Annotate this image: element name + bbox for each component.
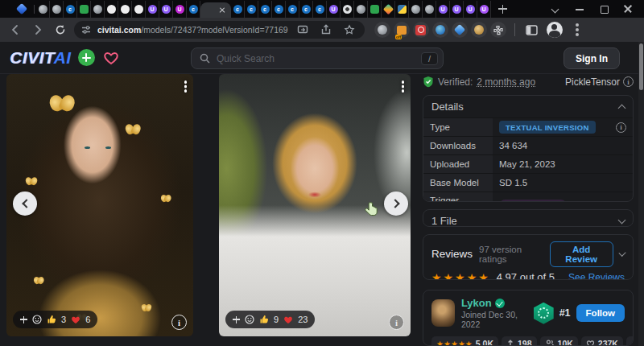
- background-tab[interactable]: U: [327, 1, 341, 18]
- format-info-icon[interactable]: [623, 76, 634, 87]
- creator-name[interactable]: Lykon: [461, 297, 527, 309]
- details-card-header[interactable]: Details: [423, 96, 633, 117]
- maximize-icon[interactable]: [599, 4, 609, 14]
- background-tab[interactable]: c: [231, 1, 245, 18]
- smiley-icon[interactable]: [245, 315, 254, 324]
- type-info-icon[interactable]: [616, 122, 626, 133]
- background-tab[interactable]: U: [436, 1, 450, 18]
- creator-likes-stat[interactable]: 237K: [581, 336, 623, 346]
- search-input[interactable]: [217, 53, 415, 64]
- address-bar[interactable]: civitai.com/models/72437?modelVersionId=…: [74, 21, 365, 39]
- files-card-header[interactable]: 1 File: [423, 210, 633, 227]
- browser-menu-icon[interactable]: [568, 21, 586, 39]
- chevron-up-icon[interactable]: [618, 105, 626, 113]
- creator-avatar[interactable]: [431, 299, 455, 327]
- heart-icon[interactable]: [283, 315, 293, 324]
- image-info-icon[interactable]: [389, 315, 404, 330]
- background-tab[interactable]: [91, 1, 105, 18]
- shopping-off-extension-icon[interactable]: off: [394, 22, 410, 38]
- active-tab[interactable]: [200, 2, 231, 18]
- background-tab[interactable]: U: [173, 1, 187, 18]
- minimize-icon[interactable]: [575, 4, 584, 14]
- civitai-logo[interactable]: CIVITAI: [10, 48, 72, 68]
- bookmark-star-icon[interactable]: [341, 21, 358, 39]
- close-window-icon[interactable]: [623, 4, 633, 14]
- chevron-down-icon[interactable]: [618, 216, 626, 224]
- background-tab[interactable]: c: [272, 1, 286, 18]
- site-settings-icon[interactable]: [80, 24, 92, 35]
- background-tab[interactable]: [395, 1, 409, 18]
- background-tab[interactable]: [132, 1, 146, 18]
- url-text[interactable]: civitai.com/models/72437?modelVersionId=…: [97, 25, 288, 35]
- globe-extension-icon[interactable]: [374, 22, 390, 38]
- gallery-image-2[interactable]: 9 23: [219, 74, 411, 336]
- forward-icon[interactable]: [29, 21, 47, 39]
- background-tab[interactable]: [50, 1, 64, 18]
- back-icon[interactable]: [6, 21, 24, 39]
- background-tab[interactable]: [382, 1, 395, 18]
- puzzle-extensions-icon[interactable]: [490, 22, 506, 38]
- background-tab[interactable]: c: [245, 1, 258, 18]
- create-plus-button[interactable]: [78, 49, 95, 66]
- creator-rating-stat[interactable]: ★★★★★ 5.0K: [431, 336, 498, 346]
- verified-time-link[interactable]: 2 months ago: [477, 76, 535, 88]
- smiley-icon[interactable]: [32, 315, 42, 324]
- carousel-next-button[interactable]: [384, 192, 408, 216]
- pinned-tab[interactable]: [11, 1, 32, 17]
- reaction-pill[interactable]: 9 23: [225, 311, 315, 328]
- reaction-pill[interactable]: 3 6: [13, 311, 97, 328]
- background-tab[interactable]: U: [450, 1, 464, 18]
- image-menu-icon[interactable]: [402, 80, 405, 84]
- chevron-down-icon[interactable]: [618, 249, 625, 257]
- new-tab-button[interactable]: [494, 1, 512, 17]
- follow-button[interactable]: Follow: [576, 304, 625, 322]
- quick-search-bar[interactable]: /: [191, 47, 444, 69]
- type-badge[interactable]: TEXTUAL INVERSION: [499, 121, 596, 134]
- trigger-word-badge[interactable]: BADDREAM: [499, 200, 567, 202]
- background-tab[interactable]: c: [299, 1, 313, 18]
- profile-avatar[interactable]: [546, 21, 564, 39]
- record-extension-icon[interactable]: [413, 22, 429, 38]
- page-scrollbar[interactable]: [638, 42, 644, 346]
- background-tab[interactable]: U: [159, 1, 173, 18]
- sign-in-button[interactable]: Sign In: [564, 47, 620, 69]
- share-icon[interactable]: [317, 21, 335, 39]
- background-tab[interactable]: [409, 1, 423, 18]
- thumbs-up-icon[interactable]: [47, 315, 56, 324]
- image-menu-icon[interactable]: [184, 80, 188, 84]
- tab-search-icon[interactable]: [551, 4, 560, 14]
- add-reaction-icon[interactable]: [233, 316, 240, 323]
- image-info-icon[interactable]: [171, 315, 187, 330]
- background-tab[interactable]: [368, 1, 382, 18]
- creator-followers-stat[interactable]: 10K: [540, 336, 578, 346]
- diamond-extension-icon[interactable]: [452, 22, 468, 38]
- background-tab[interactable]: [118, 1, 132, 18]
- side-panel-icon[interactable]: [523, 21, 541, 39]
- send-to-device-icon[interactable]: [294, 21, 312, 39]
- background-tab[interactable]: c: [286, 1, 299, 18]
- background-tab[interactable]: U: [464, 1, 477, 18]
- background-tab[interactable]: [354, 1, 368, 18]
- background-tab[interactable]: c: [258, 1, 272, 18]
- background-tab[interactable]: [341, 1, 354, 18]
- background-tab[interactable]: c: [64, 1, 77, 18]
- see-reviews-link[interactable]: See Reviews: [568, 272, 625, 280]
- background-tab[interactable]: [105, 1, 118, 18]
- honey-extension-icon[interactable]: [471, 22, 487, 38]
- heart-icon[interactable]: [71, 315, 80, 324]
- tab-close-icon[interactable]: [218, 6, 226, 14]
- support-heart-icon[interactable]: [103, 51, 119, 65]
- creator-downloads-stat[interactable]: 1.7M: [626, 336, 634, 346]
- thumbs-up-icon[interactable]: [259, 315, 269, 324]
- background-tab[interactable]: c: [313, 1, 327, 18]
- reload-icon[interactable]: [52, 21, 69, 39]
- add-review-button[interactable]: Add Review: [550, 241, 613, 267]
- earth-extension-icon[interactable]: [432, 22, 448, 38]
- background-tab[interactable]: [77, 1, 91, 18]
- background-tab[interactable]: U: [146, 1, 159, 18]
- scrollbar-thumb[interactable]: [639, 43, 643, 90]
- background-tab[interactable]: [36, 1, 50, 18]
- creator-uploads-stat[interactable]: 198: [502, 336, 537, 346]
- background-tab[interactable]: U: [477, 1, 491, 18]
- add-reaction-icon[interactable]: [20, 316, 27, 323]
